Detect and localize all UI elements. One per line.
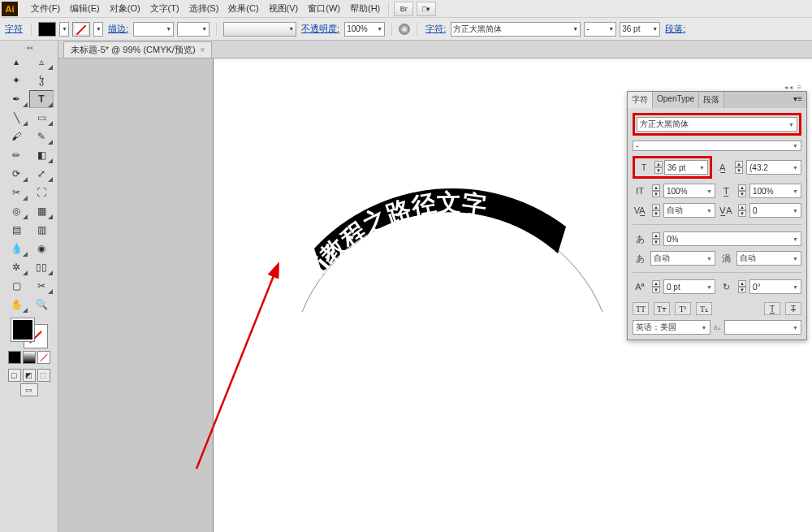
shape-builder-tool[interactable]: ◎ <box>4 202 28 220</box>
selection-tool[interactable]: ▴ <box>4 53 28 71</box>
allcaps-button[interactable]: TT <box>633 302 649 315</box>
arrange-docs-button[interactable]: □▾ <box>417 2 436 16</box>
tab-paragraph[interactable]: 段落 <box>699 92 724 108</box>
graph-tool[interactable]: ▯▯ <box>29 258 54 276</box>
char-label[interactable]: 字符: <box>424 23 447 35</box>
tab-character[interactable]: 字符 <box>628 92 653 108</box>
character-panel: ◂◂ ≡ 字符 OpenType 段落 ▾≡ 方正大黑简体 - T ▲▼ 36 … <box>627 91 807 340</box>
panel-kerning[interactable]: 自动 <box>663 203 715 218</box>
hand-tool[interactable]: ✋ <box>4 296 28 314</box>
scale-tool[interactable]: ⤢ <box>29 165 54 183</box>
panel-tracking[interactable]: 0 <box>749 203 801 218</box>
slice-tool[interactable]: ✂ <box>29 277 54 295</box>
menu-edit[interactable]: 编辑(E) <box>65 1 105 16</box>
step-down[interactable]: ▼ <box>654 167 663 174</box>
document-tab[interactable]: 未标题-5* @ 99% (CMYK/预览) × <box>63 41 212 58</box>
panel-baseline-mode[interactable]: 自动 <box>650 251 715 266</box>
blend-tool[interactable]: ◉ <box>29 240 54 257</box>
eraser-tool[interactable]: ◧ <box>29 146 54 164</box>
antialias-dropdown[interactable] <box>724 320 802 335</box>
menu-file[interactable]: 文件(F) <box>26 1 65 16</box>
menu-select[interactable]: 选择(S) <box>184 1 224 16</box>
panel-grip[interactable]: ◂◂ ≡ <box>784 84 803 91</box>
separator <box>391 23 392 36</box>
screen-mode[interactable]: ▭ <box>20 383 38 396</box>
bridge-button[interactable]: Br <box>394 2 413 16</box>
menu-object[interactable]: 对象(O) <box>105 1 145 16</box>
separator <box>31 23 32 36</box>
mesh-tool[interactable]: ▤ <box>4 221 28 239</box>
panel-leading[interactable]: (43.2 <box>746 160 801 175</box>
eyedropper-tool[interactable]: 💧 <box>4 240 28 257</box>
close-tab-icon[interactable]: × <box>201 45 205 54</box>
fill-stroke-swatch[interactable] <box>11 318 47 348</box>
font-size-dropdown[interactable]: 36 pt <box>620 22 660 37</box>
panel-font-size[interactable]: 36 pt <box>664 160 708 175</box>
language-dropdown[interactable]: 英语：美国 <box>633 320 710 335</box>
stroke-swatch[interactable] <box>72 22 90 37</box>
draw-behind[interactable]: ◩ <box>23 369 36 382</box>
panel-font-family[interactable]: 方正大黑简体 <box>637 117 797 132</box>
recolor-icon[interactable] <box>399 24 410 35</box>
width-tool[interactable]: ✂ <box>4 184 28 201</box>
line-tool[interactable]: ╲ <box>4 109 28 127</box>
stroke-dropdown[interactable] <box>93 22 103 37</box>
blob-brush-tool[interactable]: ✏ <box>4 146 28 164</box>
symbol-sprayer-tool[interactable]: ✲ <box>4 258 28 276</box>
direct-selection-tool[interactable]: ▵ <box>29 53 54 71</box>
step-up[interactable]: ▲ <box>654 161 663 167</box>
gradient-tool[interactable]: ▥ <box>29 221 54 239</box>
panel-baseline-mode2[interactable]: 自动 <box>736 251 801 266</box>
stroke-weight[interactable] <box>133 22 174 37</box>
type-tool[interactable]: T <box>29 90 54 108</box>
tab-opentype[interactable]: OpenType <box>653 92 699 108</box>
character-panel-link[interactable]: 字符 <box>3 23 24 35</box>
font-style-dropdown[interactable]: - <box>584 22 616 37</box>
menu-type[interactable]: 文字(T) <box>145 1 184 16</box>
opacity-label[interactable]: 不透明度: <box>300 23 341 35</box>
rectangle-tool[interactable]: ▭ <box>29 109 54 127</box>
stroke-label[interactable]: 描边: <box>106 23 130 35</box>
tracking-icon: V̲A <box>719 205 733 216</box>
smallcaps-button[interactable]: Tᴛ <box>654 302 670 315</box>
panel-baseline-shift[interactable]: 0 pt <box>663 279 715 294</box>
opacity-value[interactable]: 100% <box>344 22 385 37</box>
rotate-tool[interactable]: ⟳ <box>4 165 28 183</box>
draw-inside[interactable]: ⬚ <box>37 369 50 382</box>
paragraph-link[interactable]: 段落: <box>663 23 687 35</box>
separator <box>388 2 389 15</box>
superscript-button[interactable]: T¹ <box>675 302 691 315</box>
perspective-grid-tool[interactable]: ▦ <box>29 202 54 220</box>
panel-rotation[interactable]: 0° <box>749 279 801 294</box>
pen-tool[interactable]: ✒ <box>4 90 28 108</box>
menu-window[interactable]: 窗口(W) <box>303 1 345 16</box>
fill-swatch[interactable] <box>38 22 56 37</box>
draw-normal[interactable]: ▢ <box>8 369 21 382</box>
subscript-button[interactable]: T₁ <box>696 302 712 315</box>
lasso-tool[interactable]: ჴ <box>29 71 54 89</box>
panel-baseline-opt[interactable]: 0% <box>663 231 801 246</box>
color-mode-gradient[interactable] <box>23 351 36 364</box>
artboard-tool[interactable]: ▢ <box>4 277 28 295</box>
underline-button[interactable]: T <box>764 302 780 315</box>
magic-wand-tool[interactable]: ✦ <box>4 71 28 89</box>
pencil-tool[interactable]: ✎ <box>29 128 54 145</box>
panel-hscale[interactable]: 100% <box>749 184 801 198</box>
menu-effect[interactable]: 效果(C) <box>223 1 263 16</box>
zoom-tool[interactable]: 🔍 <box>29 296 54 314</box>
brush-dropdown[interactable] <box>223 22 296 37</box>
panel-font-style[interactable]: - <box>633 141 801 151</box>
panel-menu-icon[interactable]: ▾≡ <box>789 92 806 108</box>
menu-view[interactable]: 视图(V) <box>264 1 304 16</box>
menu-help[interactable]: 帮助(H) <box>345 1 385 16</box>
free-transform-tool[interactable]: ⛶ <box>29 184 54 201</box>
paintbrush-tool[interactable]: 🖌 <box>4 128 28 145</box>
strikethrough-button[interactable]: T <box>785 302 801 315</box>
color-mode-none[interactable] <box>37 351 50 364</box>
stroke-profile[interactable] <box>177 22 209 37</box>
panel-grip[interactable]: ◂◂ <box>2 42 56 53</box>
panel-vscale[interactable]: 100% <box>663 184 715 198</box>
fill-dropdown[interactable] <box>59 22 69 37</box>
color-mode-fill[interactable] <box>8 351 21 364</box>
font-family-dropdown[interactable]: 方正大黑简体 <box>451 22 581 37</box>
